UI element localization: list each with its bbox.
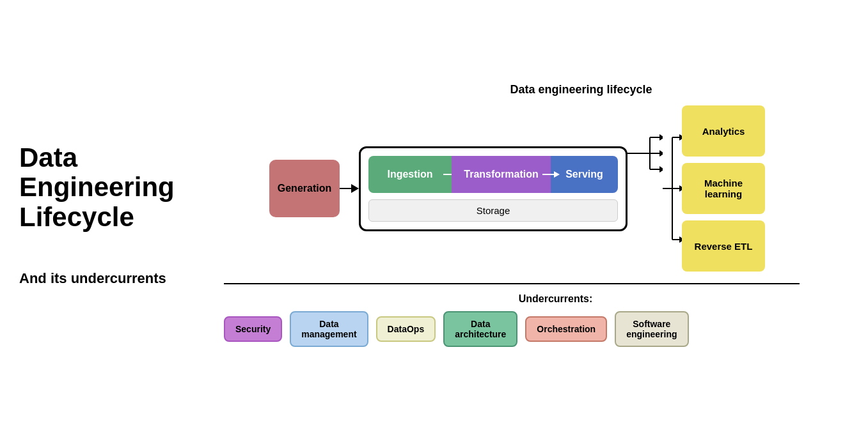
outputs-with-arrows: Analytics Machinelearning Reverse ETL [663, 105, 765, 272]
divider [224, 283, 800, 284]
subtitle: And its undercurrents [19, 270, 185, 287]
lifecycle-box: Ingestion Transformation [359, 146, 627, 231]
undercurrent-security: Security [224, 316, 282, 342]
serving-stage: Serving [551, 156, 618, 193]
undercurrent-software-engineering: Softwareengineering [615, 311, 688, 347]
undercurrents-section: Undercurrents: Security Datamanagement D… [185, 293, 849, 347]
left-title-area: DataEngineeringLifecycle And its undercu… [19, 143, 185, 287]
undercurrent-orchestration: Orchestration [525, 316, 607, 342]
undercurrents-label: Undercurrents: [262, 293, 849, 305]
transformation-stage: Transformation [452, 156, 551, 193]
page-container: DataEngineeringLifecycle And its undercu… [0, 0, 868, 430]
output-section: Analytics Machinelearning Reverse ETL [682, 105, 765, 272]
output-arrows-svg [663, 118, 682, 259]
undercurrent-data-architecture: Dataarchitecture [443, 311, 517, 347]
transformation-arrow [542, 171, 560, 178]
undercurrent-dataops: DataOps [376, 316, 436, 342]
generation-to-lifecycle-arrow [340, 184, 359, 193]
connector-area [627, 118, 663, 259]
diagram-area: Data engineering lifecycle Generation In… [185, 83, 849, 347]
ingestion-stage: Ingestion [368, 156, 452, 193]
undercurrents-row: Security Datamanagement DataOps Dataarch… [224, 311, 849, 347]
main-title: DataEngineeringLifecycle [19, 143, 185, 232]
machine-learning-box: Machinelearning [682, 163, 765, 214]
undercurrent-data-management: Datamanagement [290, 311, 368, 347]
lifecycle-label: Data engineering lifecycle [510, 83, 652, 96]
storage-box: Storage [368, 199, 618, 222]
analytics-box: Analytics [682, 105, 765, 157]
connector-svg [627, 118, 663, 259]
reverse-etl-box: Reverse ETL [682, 220, 765, 272]
lifecycle-stages: Ingestion Transformation [368, 156, 618, 193]
lifecycle-title-row: Data engineering lifecycle [224, 83, 868, 102]
main-diagram-row: Generation Ingestion Tr [269, 105, 765, 272]
generation-box: Generation [269, 160, 340, 217]
